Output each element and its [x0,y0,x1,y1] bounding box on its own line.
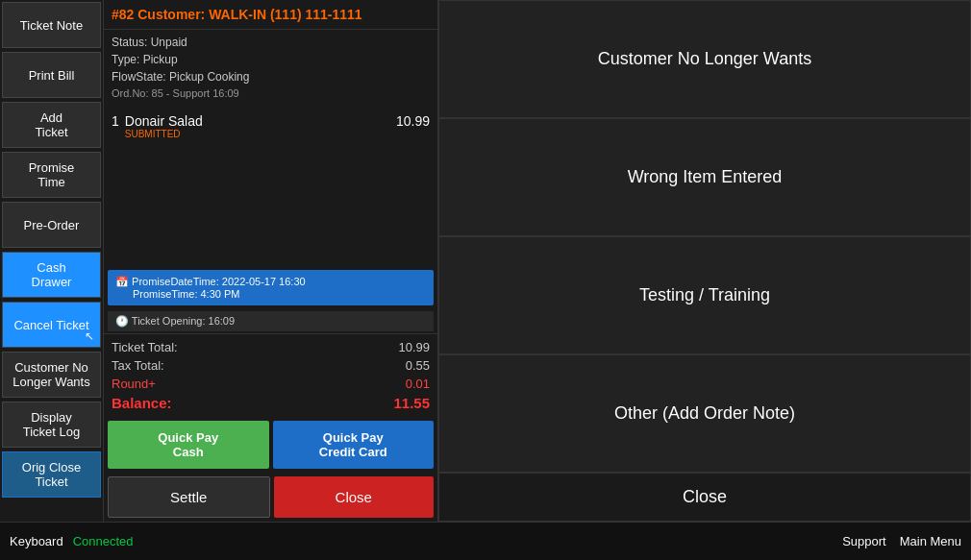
right-close-button[interactable]: Close [438,473,971,522]
ticket-items: 1 Donair Salad SUBMITTED 10.99 [104,106,437,267]
sidebar-btn-cancel-ticket[interactable]: Cancel Ticket ↖ [2,302,101,348]
ticket-info: Status: Unpaid Type: Pickup FlowState: P… [104,30,437,106]
right-panel: Customer No Longer Wants Wrong Item Ente… [438,0,971,522]
sidebar-btn-promise-time[interactable]: PromiseTime [2,152,101,198]
balance-label: Balance: [112,395,172,411]
tax-total-row: Tax Total: 0.55 [112,356,430,375]
item-price: 10.99 [396,113,430,129]
promise-time: PromiseTime: 4:30 PM [115,288,426,300]
item-sub: SUBMITTED [125,129,396,139]
sidebar: Ticket Note Print Bill AddTicket Promise… [0,0,104,522]
ticket-total-label: Ticket Total: [112,340,178,354]
sidebar-btn-add-ticket[interactable]: AddTicket [2,102,101,148]
clock-icon: 🕐 [115,315,129,327]
sidebar-btn-cash-drawer[interactable]: CashDrawer [2,252,101,298]
cancel-option-wrong-item-entered[interactable]: Wrong Item Entered [438,118,971,236]
ticket-status: Status: Unpaid [112,34,430,51]
ticket-number: #82 Customer: WALK-IN (111) 111-1111 [112,7,362,22]
ticket-opening: 🕐 Ticket Opening: 16:09 [108,311,434,331]
ticket-panel: #82 Customer: WALK-IN (111) 111-1111 Sta… [104,0,438,522]
sidebar-btn-ticket-note[interactable]: Ticket Note [2,2,101,48]
ticket-flowstate: FlowState: Pickup Cooking [112,68,430,85]
round-value: 0.01 [406,377,430,391]
balance-row: Balance: 11.55 [112,393,430,413]
sidebar-btn-pre-order[interactable]: Pre-Order [2,202,101,248]
ticket-header: #82 Customer: WALK-IN (111) 111-1111 [104,0,437,30]
ticket-ordno: Ord.No: 85 - Support 16:09 [112,85,430,102]
close-ticket-button[interactable]: Close [274,476,435,518]
item-name: Donair Salad SUBMITTED [125,113,396,139]
connected-status: Connected [73,534,134,548]
settle-close-buttons: Settle Close [104,473,437,522]
ticket-action-buttons: Quick PayCash Quick PayCredit Card [104,417,437,473]
sidebar-btn-cash-expense[interactable]: Customer No Longer Wants [2,352,101,398]
support-link[interactable]: Support [842,534,886,548]
balance-value: 11.55 [393,395,430,411]
keyboard-label: Keyboard [10,534,63,548]
main-menu-link[interactable]: Main Menu [900,534,961,548]
sidebar-btn-display-ticket-log[interactable]: DisplayTicket Log [2,402,101,448]
cancel-option-customer-no-longer-wants[interactable]: Customer No Longer Wants [438,0,971,118]
bottom-right: Support Main Menu [842,534,961,548]
sidebar-btn-orig-close-ticket[interactable]: Orig Close Ticket [2,451,101,498]
settle-button[interactable]: Settle [108,476,270,518]
sidebar-btn-print-bill[interactable]: Print Bill [2,52,101,98]
promise-info: 📅 PromiseDateTime: 2022-05-17 16:30 Prom… [108,270,434,305]
tax-total-label: Tax Total: [112,358,164,373]
cancel-options-panel: Customer No Longer Wants Wrong Item Ente… [438,0,971,473]
item-qty: 1 [112,113,119,129]
round-row: Round+ 0.01 [112,375,430,393]
ticket-totals: Ticket Total: 10.99 Tax Total: 0.55 Roun… [104,333,437,417]
ticket-total-value: 10.99 [398,340,430,354]
cursor-icon: ↖ [85,329,94,343]
ticket-total-row: Ticket Total: 10.99 [112,338,430,356]
table-row: 1 Donair Salad SUBMITTED 10.99 [112,110,430,143]
calendar-icon: 📅 [115,276,129,287]
ticket-type: Type: Pickup [112,51,430,68]
quick-pay-credit-card-button[interactable]: Quick PayCredit Card [273,421,435,469]
quick-pay-cash-button[interactable]: Quick PayCash [108,421,269,469]
cancel-option-testing-training[interactable]: Testing / Training [438,236,971,354]
round-label: Round+ [112,377,156,391]
cancel-option-other[interactable]: Other (Add Order Note) [438,354,971,473]
tax-total-value: 0.55 [406,358,430,373]
bottom-left: Keyboard Connected [10,534,134,548]
promise-datetime: 📅 PromiseDateTime: 2022-05-17 16:30 [115,276,426,288]
bottom-bar: Keyboard Connected Support Main Menu [0,522,971,560]
